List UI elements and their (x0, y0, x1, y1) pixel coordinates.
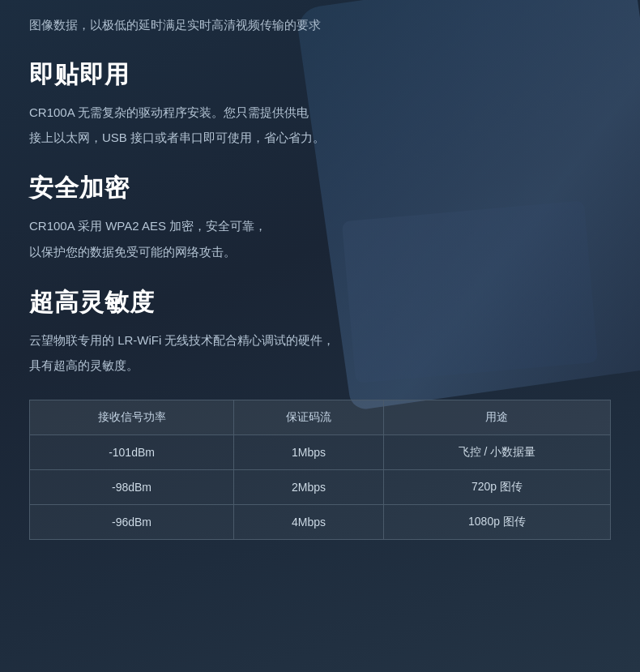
data-table: 接收信号功率 保证码流 用途 -101dBm 1Mbps 飞控 / 小数据量 -… (29, 400, 611, 540)
section-title-security: 安全加密 (29, 172, 611, 205)
section-body-security: CR100A 采用 WPA2 AES 加密，安全可靠， 以保护您的数据免受可能的… (29, 215, 611, 263)
section-line-3-1: 具有超高的灵敏度。 (29, 354, 611, 377)
row-1-bitrate: 2Mbps (234, 470, 384, 505)
col-header-bitrate: 保证码流 (234, 400, 384, 435)
section-title-sensitivity: 超高灵敏度 (29, 286, 611, 319)
row-2-usage: 1080p 图传 (383, 505, 610, 540)
row-1-signal: -98dBm (30, 470, 234, 505)
section-plug-and-play: 即贴即用 CR100A 无需复杂的驱动程序安装。您只需提供供电 接上以太网，US… (29, 58, 611, 150)
row-2-signal: -96dBm (30, 505, 234, 540)
row-0-bitrate: 1Mbps (234, 435, 384, 470)
table-row: -98dBm 2Mbps 720p 图传 (30, 470, 611, 505)
table-body: -101dBm 1Mbps 飞控 / 小数据量 -98dBm 2Mbps 720… (30, 435, 611, 540)
table-section: 接收信号功率 保证码流 用途 -101dBm 1Mbps 飞控 / 小数据量 -… (29, 400, 611, 540)
section-line-1-0: CR100A 无需复杂的驱动程序安装。您只需提供供电 (29, 101, 611, 124)
section-line-3-0: 云望物联专用的 LR-WiFi 无线技术配合精心调试的硬件， (29, 329, 611, 352)
section-line-2-1: 以保护您的数据免受可能的网络攻击。 (29, 241, 611, 263)
section-security: 安全加密 CR100A 采用 WPA2 AES 加密，安全可靠， 以保护您的数据… (29, 172, 611, 263)
col-header-usage: 用途 (383, 400, 610, 435)
table-header: 接收信号功率 保证码流 用途 (30, 400, 611, 435)
row-0-usage: 飞控 / 小数据量 (383, 435, 610, 470)
section-body-plug-and-play: CR100A 无需复杂的驱动程序安装。您只需提供供电 接上以太网，USB 接口或… (29, 101, 611, 150)
section-line-1-1: 接上以太网，USB 接口或者串口即可使用，省心省力。 (29, 126, 611, 149)
page-container: 图像数据，以极低的延时满足实时高清视频传输的要求 即贴即用 CR100A 无需复… (0, 0, 640, 672)
section-body-sensitivity: 云望物联专用的 LR-WiFi 无线技术配合精心调试的硬件， 具有超高的灵敏度。 (29, 329, 611, 378)
row-1-usage: 720p 图传 (383, 470, 610, 505)
section-sensitivity: 超高灵敏度 云望物联专用的 LR-WiFi 无线技术配合精心调试的硬件， 具有超… (29, 286, 611, 378)
row-2-bitrate: 4Mbps (234, 505, 384, 540)
content: 图像数据，以极低的延时满足实时高清视频传输的要求 即贴即用 CR100A 无需复… (29, 15, 611, 540)
table-header-row: 接收信号功率 保证码流 用途 (30, 400, 611, 435)
table-row: -96dBm 4Mbps 1080p 图传 (30, 505, 611, 540)
section-title-plug-and-play: 即贴即用 (29, 58, 611, 92)
table-row: -101dBm 1Mbps 飞控 / 小数据量 (30, 435, 611, 470)
row-0-signal: -101dBm (30, 435, 234, 470)
section-line-2-0: CR100A 采用 WPA2 AES 加密，安全可靠， (29, 215, 611, 238)
col-header-signal: 接收信号功率 (30, 400, 234, 435)
intro-text: 图像数据，以极低的延时满足实时高清视频传输的要求 (29, 15, 611, 36)
